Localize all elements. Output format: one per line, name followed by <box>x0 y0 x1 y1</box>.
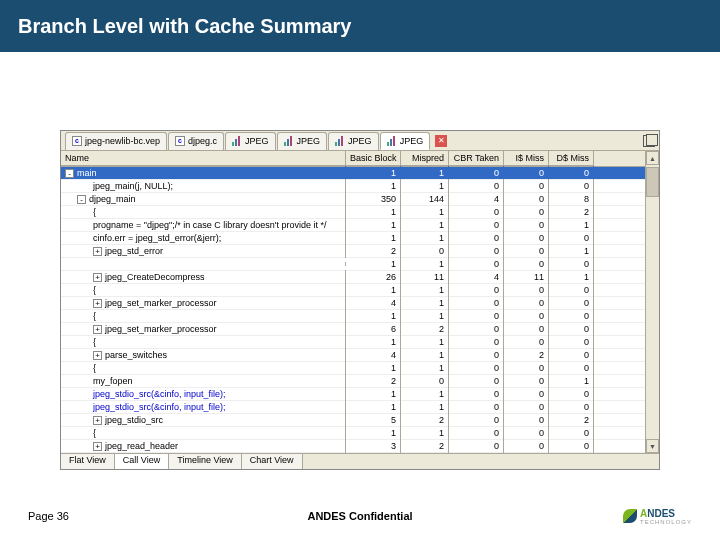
expand-icon[interactable]: + <box>93 325 102 334</box>
file-tab-5[interactable]: JPEG <box>380 132 431 150</box>
cell-im: 0 <box>504 387 549 401</box>
cell-dm: 0 <box>549 348 594 362</box>
cell-cb: 0 <box>449 400 504 414</box>
chart-icon <box>284 136 294 146</box>
cell-im: 2 <box>504 348 549 362</box>
col-imiss-header[interactable]: I$ Miss <box>504 151 549 166</box>
cell-im: 0 <box>504 244 549 258</box>
row-name-cell: +jpeg_stdio_src <box>61 413 346 427</box>
cell-bb: 1 <box>346 257 401 271</box>
row-name-cell: +jpeg_read_header <box>61 439 346 453</box>
cell-cb: 0 <box>449 296 504 310</box>
file-tab-4[interactable]: JPEG <box>328 132 379 150</box>
file-tab-0[interactable]: cjpeg-newlib-bc.vep <box>65 132 167 150</box>
cell-cb: 0 <box>449 179 504 193</box>
cell-im: 0 <box>504 283 549 297</box>
scroll-up-button[interactable]: ▲ <box>646 151 659 165</box>
view-tab-call-view[interactable]: Call View <box>115 454 169 469</box>
row-name-cell: +jpeg_std_error <box>61 244 346 258</box>
col-name-header[interactable]: Name <box>61 151 346 166</box>
cell-mp: 1 <box>401 166 449 180</box>
row-name-cell: { <box>61 205 346 219</box>
cell-cb: 4 <box>449 270 504 284</box>
cell-mp: 1 <box>401 257 449 271</box>
cell-im: 0 <box>504 361 549 375</box>
file-tab-3[interactable]: JPEG <box>277 132 328 150</box>
vertical-scrollbar[interactable]: ▲ ▼ <box>645 151 659 453</box>
cell-bb: 1 <box>346 205 401 219</box>
file-tab-1[interactable]: cdjpeg.c <box>168 132 224 150</box>
view-tab-chart-view[interactable]: Chart View <box>242 454 303 469</box>
cell-im: 0 <box>504 257 549 271</box>
collapse-icon[interactable]: - <box>65 169 74 178</box>
expand-icon[interactable]: + <box>93 351 102 360</box>
expand-icon[interactable]: + <box>93 273 102 282</box>
expand-icon[interactable]: + <box>93 416 102 425</box>
cell-mp: 1 <box>401 179 449 193</box>
cell-mp: 1 <box>401 283 449 297</box>
svg-rect-10 <box>390 139 392 146</box>
cell-cb: 0 <box>449 348 504 362</box>
cell-dm: 1 <box>549 270 594 284</box>
svg-rect-7 <box>338 139 340 146</box>
cell-cb: 0 <box>449 231 504 245</box>
cell-im: 0 <box>504 439 549 453</box>
expand-icon[interactable]: + <box>93 247 102 256</box>
cell-cb: 0 <box>449 309 504 323</box>
cell-dm: 0 <box>549 335 594 349</box>
table-row[interactable]: +jpeg_read_header32000 <box>61 440 659 453</box>
cell-dm: 0 <box>549 296 594 310</box>
cell-dm: 0 <box>549 257 594 271</box>
cell-mp: 1 <box>401 361 449 375</box>
cell-dm: 0 <box>549 387 594 401</box>
cell-mp: 1 <box>401 400 449 414</box>
expand-icon[interactable]: + <box>93 299 102 308</box>
cell-bb: 350 <box>346 192 401 206</box>
expand-icon[interactable]: + <box>93 442 102 451</box>
scroll-down-button[interactable]: ▼ <box>646 439 659 453</box>
cell-bb: 2 <box>346 244 401 258</box>
view-tab-flat-view[interactable]: Flat View <box>61 454 115 469</box>
cell-im: 0 <box>504 400 549 414</box>
andes-logo: ANDES TECHNOLOGY <box>623 508 692 525</box>
restore-window-icon[interactable] <box>643 135 655 147</box>
col-cbrtaken-header[interactable]: CBR Taken <box>449 151 504 166</box>
cell-cb: 0 <box>449 335 504 349</box>
cell-cb: 0 <box>449 374 504 388</box>
cell-dm: 0 <box>549 179 594 193</box>
cell-mp: 2 <box>401 439 449 453</box>
profiler-window: cjpeg-newlib-bc.vepcdjpeg.cJPEGJPEGJPEGJ… <box>60 130 660 470</box>
cell-dm: 0 <box>549 322 594 336</box>
col-basicblock-header[interactable]: Basic Block <box>346 151 401 166</box>
cell-bb: 1 <box>346 361 401 375</box>
cell-dm: 0 <box>549 309 594 323</box>
cell-im: 0 <box>504 335 549 349</box>
file-tab-2[interactable]: JPEG <box>225 132 276 150</box>
cell-im: 0 <box>504 374 549 388</box>
cell-im: 0 <box>504 296 549 310</box>
svg-rect-2 <box>238 136 240 146</box>
cell-cb: 0 <box>449 387 504 401</box>
cell-dm: 2 <box>549 413 594 427</box>
cell-mp: 2 <box>401 322 449 336</box>
collapse-icon[interactable]: - <box>77 195 86 204</box>
cell-cb: 0 <box>449 361 504 375</box>
view-tab-timeline-view[interactable]: Timeline View <box>169 454 242 469</box>
cell-im: 0 <box>504 413 549 427</box>
cell-im: 11 <box>504 270 549 284</box>
row-name-cell: +jpeg_CreateDecompress <box>61 270 346 284</box>
col-dmiss-header[interactable]: D$ Miss <box>549 151 594 166</box>
cell-im: 0 <box>504 322 549 336</box>
cell-bb: 1 <box>346 400 401 414</box>
scroll-thumb[interactable] <box>646 167 659 197</box>
page-number: Page 36 <box>28 510 69 522</box>
svg-rect-5 <box>290 136 292 146</box>
cell-dm: 0 <box>549 400 594 414</box>
cell-dm: 1 <box>549 374 594 388</box>
data-grid: Name Basic Block Mispred CBR Taken I$ Mi… <box>61 151 659 453</box>
col-mispred-header[interactable]: Mispred <box>401 151 449 166</box>
cell-bb: 1 <box>346 335 401 349</box>
cell-bb: 1 <box>346 231 401 245</box>
row-name-cell: { <box>61 283 346 297</box>
close-tab-button[interactable]: ✕ <box>435 135 447 147</box>
